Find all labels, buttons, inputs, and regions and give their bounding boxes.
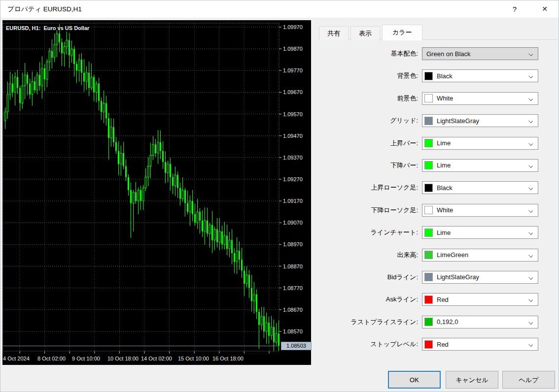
time-axis-label: 14 Oct 02:00 <box>141 356 172 361</box>
color-swatch <box>424 184 433 192</box>
setting-label-foreground: 前景色: <box>316 94 422 103</box>
setting-label-last-price-line: ラストプライスライン: <box>316 318 422 327</box>
setting-label-candle-bull: 上昇ローソク足: <box>316 183 422 192</box>
dropdown-value: Lime <box>437 162 451 169</box>
dropdown-grid[interactable]: LightSlateGray <box>422 114 538 127</box>
setting-row-ask-line: Askライン:Red <box>316 293 559 306</box>
chevron-down-icon <box>528 163 533 168</box>
dropdown-value: White <box>437 206 453 214</box>
price-axis-label: 1.09770 <box>283 67 313 74</box>
color-swatch <box>424 72 433 80</box>
price-axis-label: 1.09270 <box>283 176 313 183</box>
time-axis-label: 8 Oct 02:00 <box>37 356 66 361</box>
chevron-down-icon <box>528 97 533 101</box>
chevron-down-icon <box>528 320 533 325</box>
price-axis-label: 1.09670 <box>283 89 313 96</box>
tab-strip: 共有表示カラー <box>319 25 558 40</box>
setting-label-bid-line: Bidライン: <box>316 273 422 282</box>
dropdown-line-chart[interactable]: Lime <box>422 226 538 239</box>
price-axis-label: 1.09970 <box>283 24 313 31</box>
chevron-down-icon <box>528 342 533 347</box>
dropdown-value: Black <box>437 72 453 80</box>
time-axis-label: 9 Oct 10:00 <box>72 356 100 361</box>
price-axis-label: 1.08670 <box>283 306 313 313</box>
color-swatch <box>424 117 433 125</box>
setting-row-candle-bear: 下降ローソク足:White <box>316 204 559 217</box>
chevron-down-icon <box>528 230 533 235</box>
chevron-down-icon <box>528 52 533 56</box>
setting-label-bar-down: 下降バー: <box>316 161 422 170</box>
dropdown-value: LimeGreen <box>437 251 468 259</box>
chevron-down-icon <box>528 74 533 78</box>
current-price-tag: 1.08503 <box>281 342 312 350</box>
dropdown-value: Black <box>437 184 453 192</box>
dropdown-background[interactable]: Black <box>422 69 538 82</box>
dropdown-bar-up[interactable]: Lime <box>422 137 538 150</box>
color-swatch <box>424 251 433 259</box>
dropdown-ask-line[interactable]: Red <box>422 293 538 306</box>
setting-row-line-chart: ラインチャート:Lime <box>316 226 559 239</box>
dropdown-value: White <box>437 95 453 102</box>
setting-row-bar-up: 上昇バー:Lime <box>316 137 559 150</box>
setting-row-background: 背景色:Black <box>316 69 559 82</box>
price-axis-label: 1.09870 <box>283 45 313 52</box>
ok-button[interactable]: OK <box>388 371 441 389</box>
chevron-down-icon <box>528 275 533 280</box>
time-axis-label: 4 Oct 2024 <box>3 356 30 361</box>
help-button[interactable]: ヘルプ <box>502 371 555 389</box>
color-swatch <box>424 340 433 349</box>
price-axis-label: 1.08970 <box>283 241 313 248</box>
color-swatch <box>424 94 433 102</box>
tab-colors[interactable]: カラー <box>382 25 422 40</box>
dropdown-value: Red <box>437 341 449 348</box>
dropdown-basic-scheme[interactable]: Green on Black <box>422 47 538 60</box>
dropdown-bar-down[interactable]: Lime <box>422 159 538 172</box>
dropdown-value: 0,192,0 <box>437 318 458 326</box>
setting-row-foreground: 前景色:White <box>316 92 559 105</box>
dropdown-stop-level[interactable]: Red <box>422 338 538 351</box>
price-axis-label: 1.08870 <box>283 263 313 270</box>
chart-preview: EURUSD, H1: Euro vs US Dollar1.099701.09… <box>2 20 311 365</box>
title-bar: プロパティ EURUSD,H1 ? ✕ <box>0 0 559 18</box>
dropdown-candle-bull[interactable]: Black <box>422 181 538 194</box>
price-axis-label: 1.09170 <box>283 197 313 204</box>
tab-display[interactable]: 表示 <box>350 26 380 40</box>
dropdown-foreground[interactable]: White <box>422 92 538 105</box>
price-axis-label: 1.08570 <box>283 328 313 335</box>
dropdown-bid-line[interactable]: LightSlateGray <box>422 271 538 284</box>
help-icon[interactable]: ? <box>507 0 522 18</box>
setting-label-volumes: 出来高: <box>316 251 422 260</box>
time-axis-label: 10 Oct 18:00 <box>107 356 139 361</box>
setting-row-volumes: 出来高:LimeGreen <box>316 249 559 261</box>
setting-label-candle-bear: 下降ローソク足: <box>316 206 422 215</box>
setting-label-grid: グリッド: <box>316 116 422 125</box>
dropdown-value: Lime <box>437 139 451 147</box>
dropdown-last-price-line[interactable]: 0,192,0 <box>422 316 538 328</box>
setting-label-background: 背景色: <box>316 71 422 80</box>
color-settings-list: 基本配色:Green on Black背景色:Black前景色:Whiteグリッ… <box>316 40 559 360</box>
close-icon[interactable]: ✕ <box>537 0 552 18</box>
chevron-down-icon <box>528 253 533 258</box>
tab-share[interactable]: 共有 <box>319 26 349 40</box>
color-swatch <box>424 318 433 326</box>
settings-panel: 共有表示カラー 基本配色:Green on Black背景色:Black前景色:… <box>316 18 559 370</box>
setting-row-candle-bull: 上昇ローソク足:Black <box>316 181 559 194</box>
time-axis-label: 16 Oct 18:00 <box>212 356 244 361</box>
dropdown-candle-bear[interactable]: White <box>422 204 538 217</box>
candlestick-chart <box>2 20 311 365</box>
cancel-button[interactable]: キャンセル <box>446 371 498 389</box>
dropdown-value: Lime <box>437 229 451 236</box>
setting-label-line-chart: ラインチャート: <box>316 228 422 237</box>
setting-label-basic-scheme: 基本配色: <box>316 49 422 58</box>
chevron-down-icon <box>528 186 533 190</box>
price-axis-label: 1.09570 <box>283 111 313 118</box>
price-axis-label: 1.09370 <box>283 154 313 161</box>
dialog-title: プロパティ EURUSD,H1 <box>7 0 82 18</box>
setting-label-stop-level: ストップレベル: <box>316 340 422 349</box>
color-swatch <box>424 206 433 214</box>
chevron-down-icon <box>528 297 533 302</box>
setting-row-stop-level: ストップレベル:Red <box>316 338 559 351</box>
chevron-down-icon <box>528 141 533 146</box>
dropdown-volumes[interactable]: LimeGreen <box>422 249 538 261</box>
color-swatch <box>424 229 433 237</box>
